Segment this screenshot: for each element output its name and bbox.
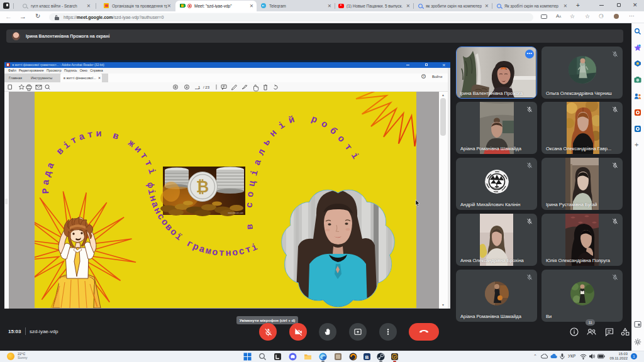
- svg-text:1: 1: [198, 85, 201, 89]
- svg-text:₿: ₿: [196, 178, 209, 195]
- svg-text:news.bitcoin.com: news.bitcoin.com: [228, 212, 244, 214]
- svg-text:B: B: [365, 354, 369, 360]
- svg-text:/ 23: / 23: [203, 85, 210, 89]
